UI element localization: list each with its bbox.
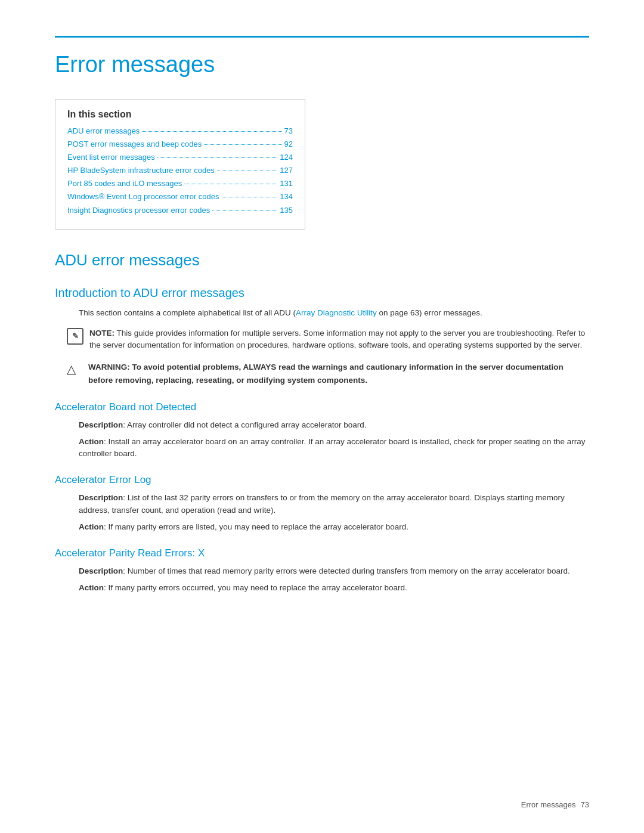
- footer-text: Error messages: [521, 800, 576, 809]
- toc-item-dots: [217, 171, 277, 171]
- warning-icon: △: [67, 362, 81, 376]
- toc-item-page: 124: [280, 151, 293, 164]
- toc-item[interactable]: Windows® Event Log processor error codes…: [67, 190, 293, 203]
- top-border: [55, 36, 589, 38]
- accelerator-parity-description-label: Description: [79, 566, 123, 575]
- accelerator-parity-heading: Accelerator Parity Read Errors: X: [55, 547, 589, 559]
- intro-paragraph: This section contains a complete alphabe…: [79, 307, 589, 319]
- toc-item-label: POST error messages and beep codes: [67, 138, 202, 151]
- note-icon: ✎: [67, 328, 83, 345]
- toc-item[interactable]: Port 85 codes and iLO messages131: [67, 177, 293, 190]
- intro-link-suffix: on page 63: [377, 308, 419, 317]
- accelerator-board-description-text: : Array controller did not detect a conf…: [123, 420, 366, 429]
- toc-item[interactable]: Insight Diagnostics processor error code…: [67, 204, 293, 217]
- note-text: NOTE: This guide provides information fo…: [89, 327, 589, 352]
- toc-item[interactable]: Event list error messages124: [67, 151, 293, 164]
- page-footer: Error messages 73: [521, 800, 589, 809]
- toc-item[interactable]: ADU error messages73: [67, 125, 293, 138]
- warning-label: WARNING: To avoid potential problems, AL…: [88, 363, 564, 385]
- toc-item-dots: [204, 144, 281, 145]
- note-body: This guide provides information for mult…: [89, 329, 585, 349]
- intro-text-after: ) error messages.: [419, 308, 482, 317]
- note-box: ✎ NOTE: This guide provides information …: [67, 327, 589, 352]
- accelerator-board-action: Action: Install an array accelerator boa…: [79, 436, 589, 460]
- toc-item-page: 135: [280, 204, 293, 217]
- adu-section: ADU error messages Introduction to ADU e…: [55, 251, 589, 594]
- toc-item-label: Windows® Event Log processor error codes: [67, 190, 219, 203]
- toc-item[interactable]: POST error messages and beep codes92: [67, 138, 293, 151]
- toc-item-dots: [142, 131, 281, 132]
- warning-box: △ WARNING: To avoid potential problems, …: [67, 361, 589, 386]
- accelerator-board-action-text: : Install an array accelerator board on …: [79, 437, 585, 458]
- accelerator-error-log-heading: Accelerator Error Log: [55, 474, 589, 486]
- accelerator-parity-description: Description: Number of times that read m…: [79, 565, 589, 577]
- toc-item-page: 92: [284, 138, 293, 151]
- accelerator-parity-description-text: : Number of times that read memory parit…: [123, 566, 570, 575]
- in-this-section-box: In this section ADU error messages73POST…: [55, 99, 305, 230]
- toc-list: ADU error messages73POST error messages …: [67, 125, 293, 217]
- in-this-section-heading: In this section: [67, 109, 293, 120]
- accelerator-error-log-action-text: : If many parity errors are listed, you …: [104, 522, 408, 531]
- accelerator-error-log-action: Action: If many parity errors are listed…: [79, 521, 589, 533]
- warning-text: WARNING: To avoid potential problems, AL…: [88, 361, 589, 386]
- toc-item-dots: [212, 210, 277, 211]
- intro-text-before: This section contains a complete alphabe…: [79, 308, 296, 317]
- accelerator-board-heading: Accelerator Board not Detected: [55, 401, 589, 413]
- accelerator-parity-action-text: : If many parity errors occurred, you ma…: [104, 583, 407, 592]
- toc-item-label: Port 85 codes and iLO messages: [67, 177, 182, 190]
- accelerator-error-log-description-label: Description: [79, 493, 123, 502]
- accelerator-board-action-label: Action: [79, 437, 104, 446]
- array-diagnostic-link[interactable]: Array Diagnostic Utility: [296, 308, 377, 317]
- accelerator-board-description: Description: Array controller did not de…: [79, 419, 589, 431]
- accelerator-parity-action-label: Action: [79, 583, 104, 592]
- toc-item-page: 134: [280, 190, 293, 203]
- toc-item-dots: [157, 157, 278, 158]
- footer-page: 73: [581, 800, 589, 809]
- toc-item-label: Insight Diagnostics processor error code…: [67, 204, 210, 217]
- toc-item-label: Event list error messages: [67, 151, 155, 164]
- accelerator-error-log-description: Description: List of the last 32 parity …: [79, 492, 589, 516]
- note-label: NOTE:: [89, 329, 114, 337]
- intro-heading: Introduction to ADU error messages: [55, 286, 589, 300]
- page-title: Error messages: [55, 52, 589, 78]
- toc-item[interactable]: HP BladeSystem infrastructure error code…: [67, 164, 293, 177]
- adu-section-heading: ADU error messages: [55, 251, 589, 270]
- accelerator-error-log-action-label: Action: [79, 522, 104, 531]
- toc-item-dots: [184, 184, 277, 184]
- accelerator-error-log-description-text: : List of the last 32 parity errors on t…: [79, 493, 565, 514]
- toc-item-page: 131: [280, 177, 293, 190]
- toc-item-page: 127: [280, 164, 293, 177]
- accelerator-board-description-label: Description: [79, 420, 123, 429]
- accelerator-parity-action: Action: If many parity errors occurred, …: [79, 582, 589, 594]
- toc-item-dots: [222, 197, 278, 197]
- toc-item-label: ADU error messages: [67, 125, 140, 138]
- toc-item-label: HP BladeSystem infrastructure error code…: [67, 164, 215, 177]
- toc-item-page: 73: [284, 125, 293, 138]
